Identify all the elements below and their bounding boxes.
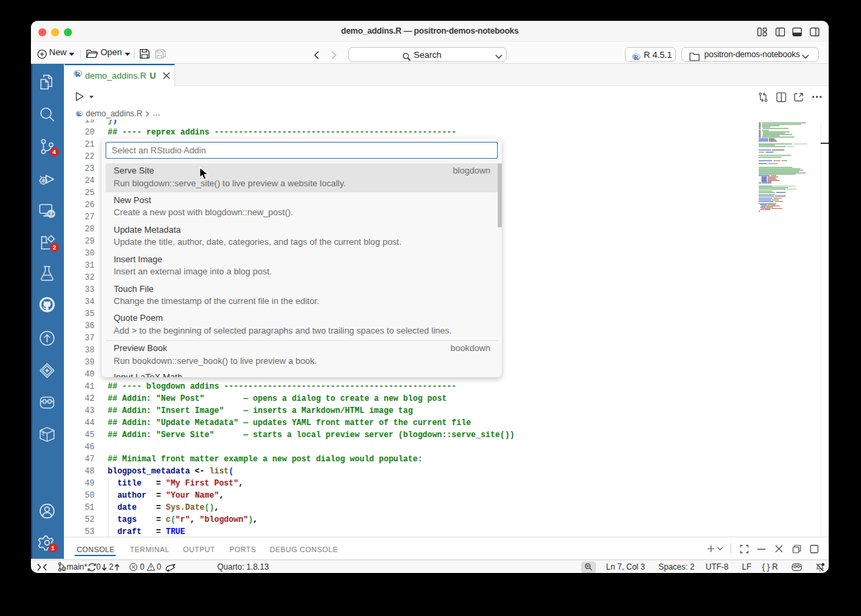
svg-text:R: R bbox=[77, 111, 81, 118]
svg-text:R: R bbox=[634, 54, 639, 61]
svg-text:R: R bbox=[75, 71, 80, 78]
